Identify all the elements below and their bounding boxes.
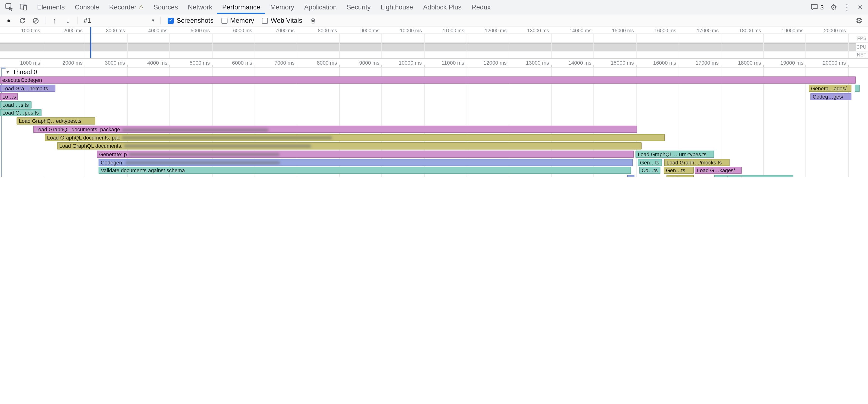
flamechart-ruler: 1000 ms2000 ms3000 ms4000 ms5000 ms6000 …	[0, 59, 868, 68]
flame-bar[interactable]: Genera…ages/	[809, 85, 851, 92]
checkbox-label: Memory	[230, 17, 254, 25]
flame-bar[interactable]: Load …s.ts	[0, 101, 31, 108]
flamechart[interactable]: ▼ Thread 0 executeCodegenLoad Gra…hema.t…	[0, 68, 868, 177]
flame-bar[interactable]: Load G…kages/	[695, 167, 742, 174]
tab-label: Application	[304, 3, 337, 11]
flame-bar[interactable]: Load Graph…/mocks.ts	[664, 159, 730, 166]
tick-label: 1000 ms	[20, 60, 40, 66]
flame-bar[interactable]: Gen…ts	[664, 167, 693, 174]
tab-elements[interactable]: Elements	[32, 0, 70, 14]
inspect-element-button[interactable]	[2, 0, 16, 14]
flame-bar-label: Load GraphQL documents:	[59, 143, 123, 149]
flame-bar[interactable]: Cod…ts	[666, 175, 693, 177]
devtools-tabbar: ElementsConsoleRecorder⚠SourcesNetworkPe…	[0, 0, 868, 14]
issues-count: 3	[820, 4, 824, 10]
capture-settings-gear-icon[interactable]: ⚙	[852, 17, 866, 25]
tick-label: 10000 ms	[399, 60, 422, 66]
checkbox-screenshots[interactable]: ✓Screenshots	[168, 17, 214, 25]
flame-bar[interactable]: Load GraphQL documents: pac	[45, 134, 665, 141]
kebab-menu-icon[interactable]: ⋮	[840, 0, 854, 14]
profile-select-value: #1	[84, 17, 91, 25]
checkbox-box[interactable]	[221, 18, 227, 24]
tab-redux[interactable]: Redux	[466, 0, 496, 14]
tick-label: 16000 ms	[654, 28, 676, 33]
issues-button[interactable]: 3	[807, 0, 827, 14]
profile-select[interactable]: #1 ▾	[81, 15, 157, 26]
playhead-marker[interactable]	[90, 27, 92, 58]
flame-bar[interactable]: Generate: p	[97, 150, 634, 158]
tick-label: 20000 ms	[823, 60, 846, 66]
ruler-tick	[382, 65, 382, 67]
net-lane: NET	[0, 52, 868, 58]
flame-bar-label: Genera…ages/	[811, 85, 847, 91]
flame-bar[interactable]: executeCodegen	[0, 76, 856, 84]
tab-label: Performance	[222, 3, 260, 11]
ruler-tick	[297, 65, 298, 67]
tab-label: Memory	[270, 3, 294, 11]
flame-bar-label: Co…ts	[642, 167, 657, 174]
flame-bar[interactable]: Co…ts	[640, 167, 660, 174]
grid-line	[636, 68, 637, 177]
flame-bar[interactable]	[627, 175, 634, 177]
tab-network[interactable]: Network	[183, 0, 217, 14]
ruler-tick	[764, 65, 764, 67]
fps-lane: FPS	[0, 34, 868, 43]
flame-bar[interactable]	[855, 85, 860, 92]
flame-bar[interactable]: Codegen:	[99, 159, 633, 166]
flame-bar-label: Load GraphQ…ed/types.ts	[19, 118, 82, 124]
tab-recorder[interactable]: Recorder⚠	[104, 0, 149, 14]
flame-bar-label: Load Gra…hema.ts	[2, 85, 48, 91]
flame-bar-label: executeCodegen	[2, 77, 42, 83]
garbage-collect-button[interactable]	[307, 14, 320, 26]
thread-track-header[interactable]: ▼ Thread 0	[6, 68, 37, 76]
tab-application[interactable]: Application	[299, 0, 341, 14]
flame-bar[interactable]: Load GraphQL documents: package	[33, 126, 637, 133]
clear-button[interactable]	[29, 14, 42, 26]
redacted-text	[122, 128, 268, 131]
grid-line	[764, 68, 764, 177]
checkbox-label: Web Vitals	[271, 17, 302, 25]
tick-label: 17000 ms	[697, 28, 719, 33]
ruler-tick	[848, 65, 848, 67]
flame-bar[interactable]: Load G…pes.ts	[0, 109, 41, 117]
flame-bar[interactable]: Load GraphQL …urn-types.ts	[636, 150, 714, 158]
timeline-overview[interactable]: 1000 ms2000 ms3000 ms4000 ms5000 ms6000 …	[0, 27, 868, 59]
tab-adblock-plus[interactable]: Adblock Plus	[418, 0, 466, 14]
flame-bar[interactable]: Validate documents against schema	[99, 167, 631, 174]
flame-bar-label: Gen…ts	[640, 159, 659, 165]
tick-label: 7000 ms	[274, 60, 294, 66]
flame-bar[interactable]: Load Gra…hema.ts	[0, 85, 56, 92]
tick-label: 13000 ms	[527, 28, 549, 33]
ruler-tick	[551, 65, 552, 67]
flame-bar[interactable]: Codeg…ges/	[810, 93, 851, 100]
collapse-triangle-icon[interactable]: ▼	[6, 69, 10, 74]
tick-label: 3000 ms	[106, 28, 125, 33]
settings-gear-icon[interactable]: ⚙	[827, 0, 840, 14]
flame-bar[interactable]: Load Graph…n-types.ts	[714, 175, 794, 177]
tick-label: 1000 ms	[21, 28, 40, 33]
save-profile-button[interactable]: ↓	[62, 14, 75, 26]
close-icon[interactable]: ×	[854, 0, 867, 14]
tab-memory[interactable]: Memory	[265, 0, 299, 14]
checkbox-box[interactable]: ✓	[168, 18, 174, 24]
tab-performance[interactable]: Performance	[217, 0, 265, 14]
load-profile-button[interactable]: ↑	[48, 14, 62, 26]
checkbox-box[interactable]	[262, 18, 268, 24]
flame-bar[interactable]: Load GraphQ…ed/types.ts	[17, 118, 95, 125]
flame-bar-label: Load Graph…n-types.ts	[716, 176, 772, 177]
reload-and-record-button[interactable]	[16, 14, 29, 26]
tab-sources[interactable]: Sources	[149, 0, 183, 14]
tab-security[interactable]: Security	[342, 0, 376, 14]
tab-console[interactable]: Console	[70, 0, 104, 14]
flame-bar[interactable]: Gen…ts	[638, 159, 662, 166]
tab-lighthouse[interactable]: Lighthouse	[376, 0, 418, 14]
checkbox-memory[interactable]: Memory	[221, 17, 254, 25]
tick-label: 2000 ms	[62, 60, 83, 66]
record-button[interactable]: ●	[2, 14, 16, 26]
checkbox-web-vitals[interactable]: Web Vitals	[262, 17, 302, 25]
flame-bar[interactable]: Load GraphQL documents:	[57, 142, 642, 150]
device-toolbar-button[interactable]	[17, 0, 30, 14]
flame-bar[interactable]: Lo…s	[0, 93, 18, 100]
flame-bar-label: Load G…pes.ts	[2, 110, 39, 116]
flame-bar-label: Load GraphQL …urn-types.ts	[638, 151, 707, 157]
